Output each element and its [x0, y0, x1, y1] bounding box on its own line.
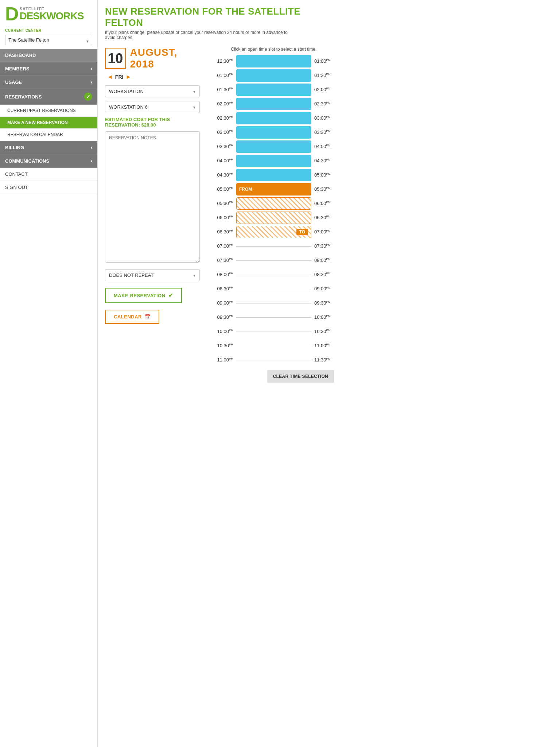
reservation-label: RESERVATION:: [105, 122, 140, 128]
time-right-label: 01:00PM: [313, 58, 334, 64]
sidebar-item-make-new[interactable]: MAKE A NEW RESERVATION: [0, 117, 97, 129]
time-row[interactable]: 06:00PM06:30PM: [214, 211, 334, 224]
time-bar[interactable]: [236, 212, 311, 224]
time-left-label: 04:00PM: [214, 158, 235, 163]
time-row[interactable]: 04:30PM05:00PM: [214, 169, 334, 182]
time-left-label: 03:00PM: [214, 129, 235, 135]
prev-day-arrow[interactable]: ◄: [107, 74, 113, 80]
time-row[interactable]: 01:00PM01:30PM: [214, 69, 334, 82]
time-row[interactable]: 02:00PM02:30PM: [214, 97, 334, 111]
sidebar-item-res-calendar[interactable]: RESERVATION CALENDAR: [0, 129, 97, 141]
sidebar-item-label-usage: USAGE: [5, 80, 22, 85]
resource-name-dropdown[interactable]: WORKSTATION 6 WORKSTATION 1 WORKSTATION …: [105, 101, 200, 113]
resource-type-dropdown[interactable]: WORKSTATION OFFICE CONFERENCE ROOM: [105, 85, 200, 97]
time-right-label: 02:00PM: [313, 87, 334, 92]
time-bar[interactable]: [236, 360, 311, 360]
sidebar-item-communications[interactable]: COMMUNICATIONS ›: [0, 154, 97, 168]
time-row[interactable]: 05:30PM06:00PM: [214, 197, 334, 210]
time-right-label: 05:00PM: [313, 172, 334, 178]
time-bar[interactable]: [236, 303, 311, 303]
sidebar-item-label-communications: COMMUNICATIONS: [5, 158, 49, 164]
sidebar-sub-label-make-new: MAKE A NEW RESERVATION: [7, 120, 68, 125]
time-bar[interactable]: [236, 84, 311, 96]
time-grid: 12:30PM01:00PM01:00PM01:30PM01:30PM02:00…: [214, 55, 334, 367]
next-day-arrow[interactable]: ►: [125, 74, 131, 80]
time-bar[interactable]: [236, 346, 311, 346]
time-left-label: 10:00PM: [214, 329, 235, 334]
sidebar-item-members[interactable]: MEMBERS ›: [0, 62, 97, 76]
date-box: 10: [105, 48, 126, 69]
time-bar[interactable]: [236, 260, 311, 261]
time-bar[interactable]: [236, 289, 311, 289]
time-row[interactable]: 06:30PMTO07:00PM: [214, 225, 334, 239]
calendar-button[interactable]: CALENDAR 📅: [105, 310, 159, 324]
time-row[interactable]: 08:30PM09:00PM: [214, 282, 334, 295]
time-row[interactable]: 10:30PM11:00PM: [214, 339, 334, 352]
time-bar[interactable]: [236, 317, 311, 318]
day-nav: ◄ FRI ►: [105, 74, 203, 80]
time-right-label: 11:00PM: [313, 343, 334, 348]
time-bar[interactable]: [236, 155, 311, 167]
sidebar-item-current-past[interactable]: CURRENT/PAST RESERVATIONS: [0, 105, 97, 117]
time-bar[interactable]: [236, 98, 311, 110]
sidebar-item-usage[interactable]: USAGE ›: [0, 76, 97, 89]
time-right-label: 08:30PM: [313, 272, 334, 277]
time-row[interactable]: 03:30PM04:00PM: [214, 140, 334, 153]
clear-time-button[interactable]: CLEAR TIME SELECTION: [267, 370, 334, 383]
time-left-label: 02:30PM: [214, 115, 235, 121]
sidebar-item-signout[interactable]: SIGN OUT: [0, 181, 97, 194]
time-bar[interactable]: [236, 197, 311, 210]
sidebar-item-billing[interactable]: BILLING ›: [0, 141, 97, 154]
checkmark-icon: ✔: [168, 292, 174, 299]
time-right-label: 04:00PM: [313, 144, 334, 149]
repeat-dropdown[interactable]: DOES NOT REPEAT DAILY WEEKLY: [105, 269, 200, 281]
time-bar[interactable]: [236, 126, 311, 139]
time-bar[interactable]: [236, 169, 311, 181]
time-bar[interactable]: FROM: [236, 183, 311, 196]
chevron-right-icon-communications: ›: [90, 158, 92, 164]
page-subtitle: If your plans change, please update or c…: [105, 30, 295, 40]
time-bar[interactable]: [236, 246, 311, 247]
time-right-label: 09:00PM: [313, 286, 334, 291]
time-bar[interactable]: [236, 55, 311, 67]
resource-type-select[interactable]: WORKSTATION OFFICE CONFERENCE ROOM: [105, 85, 200, 97]
time-row[interactable]: 03:00PM03:30PM: [214, 126, 334, 139]
time-row[interactable]: 09:30PM10:00PM: [214, 311, 334, 324]
sidebar-item-label-contact: CONTACT: [5, 171, 28, 177]
time-bar[interactable]: TO: [236, 226, 311, 238]
time-right-label: 11:30PM: [313, 357, 334, 363]
center-select[interactable]: The Satellite Felton: [5, 35, 92, 45]
time-row[interactable]: 07:00PM07:30PM: [214, 240, 334, 253]
repeat-select[interactable]: DOES NOT REPEAT DAILY WEEKLY: [105, 269, 200, 281]
time-row[interactable]: 10:00PM10:30PM: [214, 325, 334, 338]
sidebar: D SATELLITE DESKWORKS CURRENT CENTER The…: [0, 0, 98, 455]
time-row[interactable]: 07:30PM08:00PM: [214, 254, 334, 267]
main-content: NEW RESERVATION FOR THE SATELLITE FELTON…: [98, 0, 341, 397]
time-row[interactable]: 12:30PM01:00PM: [214, 55, 334, 68]
time-row[interactable]: 02:30PM03:00PM: [214, 112, 334, 125]
time-bar[interactable]: [236, 332, 311, 332]
time-bar[interactable]: [236, 112, 311, 124]
time-row[interactable]: 08:00PM08:30PM: [214, 268, 334, 281]
sidebar-item-dashboard[interactable]: DASHBOARD: [0, 49, 97, 62]
time-row[interactable]: 11:00PM11:30PM: [214, 353, 334, 367]
time-row[interactable]: 01:30PM02:00PM: [214, 83, 334, 96]
resource-name-select[interactable]: WORKSTATION 6 WORKSTATION 1 WORKSTATION …: [105, 101, 200, 113]
time-bar[interactable]: [236, 69, 311, 82]
time-row[interactable]: 09:00PM09:30PM: [214, 297, 334, 310]
sidebar-item-reservations[interactable]: RESERVATIONS ✓: [0, 89, 97, 105]
make-reservation-button[interactable]: MAKE RESERVATION ✔: [105, 288, 182, 303]
time-right-label: 03:30PM: [313, 129, 334, 135]
time-bar[interactable]: [236, 275, 311, 275]
time-row[interactable]: 05:00PMFROM05:30PM: [214, 183, 334, 196]
time-bar[interactable]: [236, 140, 311, 153]
sidebar-item-contact[interactable]: CONTACT: [0, 168, 97, 181]
time-right-label: 07:00PM: [313, 229, 334, 235]
logo-text: SATELLITE DESKWORKS: [20, 7, 84, 21]
center-select-wrap[interactable]: The Satellite Felton: [0, 33, 97, 49]
time-left-label: 01:30PM: [214, 87, 235, 92]
time-left-label: 09:00PM: [214, 300, 235, 306]
time-row[interactable]: 04:00PM04:30PM: [214, 154, 334, 167]
date-nav: 10 AUGUST, 2018: [105, 47, 203, 70]
reservation-notes[interactable]: [105, 131, 200, 263]
